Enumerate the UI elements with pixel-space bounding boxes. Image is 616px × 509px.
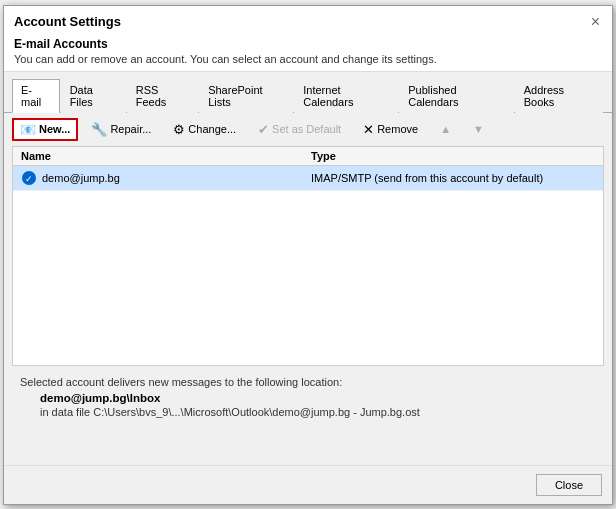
move-up-button[interactable]: ▲ (431, 119, 460, 139)
change-label: Change... (188, 123, 236, 135)
account-settings-dialog: Account Settings E-mail Accounts You can… (3, 5, 613, 505)
account-icon: ✓ (21, 170, 37, 186)
footer-desc: Selected account delivers new messages t… (20, 376, 596, 388)
tab-data-files[interactable]: Data Files (61, 79, 126, 113)
repair-button[interactable]: 🔧 Repair... (82, 118, 160, 141)
accounts-table: Name Type ✓ demo@jump.bg IMAP/SMTP (send… (12, 146, 604, 366)
remove-label: Remove (377, 123, 418, 135)
remove-icon: ✕ (363, 122, 374, 137)
repair-icon: 🔧 (91, 122, 107, 137)
tab-sharepoint-lists[interactable]: SharePoint Lists (199, 79, 293, 113)
close-x-button[interactable]: × (589, 14, 602, 30)
tab-published-calendars[interactable]: Published Calendars (399, 79, 513, 113)
title-bar: Account Settings E-mail Accounts You can… (4, 6, 612, 72)
footer-section: Selected account delivers new messages t… (12, 366, 604, 424)
tab-rss-feeds[interactable]: RSS Feeds (127, 79, 198, 113)
tab-internet-calendars[interactable]: Internet Calendars (294, 79, 398, 113)
repair-label: Repair... (110, 123, 151, 135)
dialog-title: Account Settings (14, 14, 437, 29)
change-icon: ⚙ (173, 122, 185, 137)
row-name-cell: ✓ demo@jump.bg (21, 170, 311, 186)
section-title: E-mail Accounts (14, 37, 437, 51)
set-default-button[interactable]: ✔ Set as Default (249, 118, 350, 141)
account-name: demo@jump.bg (42, 172, 120, 184)
bottom-bar: Close (4, 465, 612, 504)
remove-button[interactable]: ✕ Remove (354, 118, 427, 141)
col-header-name: Name (21, 150, 311, 162)
new-button[interactable]: 📧 New... (12, 118, 78, 141)
row-type-cell: IMAP/SMTP (send from this account by def… (311, 172, 595, 184)
title-bar-content: Account Settings E-mail Accounts You can… (14, 14, 437, 65)
change-button[interactable]: ⚙ Change... (164, 118, 245, 141)
set-default-label: Set as Default (272, 123, 341, 135)
svg-text:✓: ✓ (25, 173, 33, 183)
content-area: Name Type ✓ demo@jump.bg IMAP/SMTP (send… (4, 146, 612, 465)
tabs-bar: E-mail Data Files RSS Feeds SharePoint L… (4, 72, 612, 113)
check-icon: ✔ (258, 122, 269, 137)
table-row[interactable]: ✓ demo@jump.bg IMAP/SMTP (send from this… (13, 166, 603, 191)
col-header-type: Type (311, 150, 595, 162)
toolbar: 📧 New... 🔧 Repair... ⚙ Change... ✔ Set a… (4, 113, 612, 146)
section-desc: You can add or remove an account. You ca… (14, 53, 437, 65)
move-down-button[interactable]: ▼ (464, 119, 493, 139)
arrow-down-icon: ▼ (473, 123, 484, 135)
new-label: New... (39, 123, 70, 135)
close-dialog-button[interactable]: Close (536, 474, 602, 496)
footer-email: demo@jump.bg\Inbox (20, 392, 596, 404)
table-header: Name Type (13, 147, 603, 166)
arrow-up-icon: ▲ (440, 123, 451, 135)
tab-address-books[interactable]: Address Books (515, 79, 603, 113)
tab-email[interactable]: E-mail (12, 79, 60, 113)
footer-datafile: in data file C:\Users\bvs_9\...\Microsof… (20, 406, 596, 418)
new-icon: 📧 (20, 122, 36, 137)
